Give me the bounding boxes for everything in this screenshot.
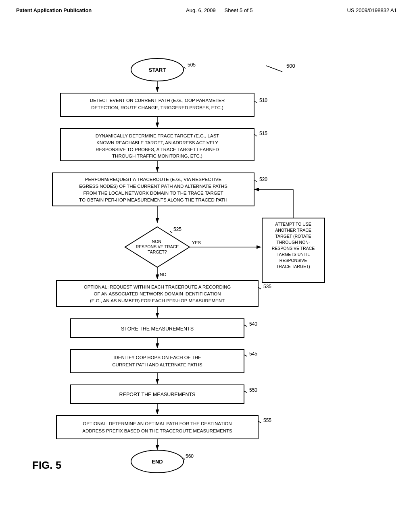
ref-515: 515 [259, 131, 267, 136]
fig-label: FIG. 5 [32, 459, 61, 471]
box-510-text2: DETECTION, ROUTE CHANGE, TRIGGERED PROBE… [91, 105, 223, 110]
svg-line-21 [244, 391, 247, 393]
svg-line-1 [266, 66, 282, 72]
box-530-t5: RESPONSIVE TRACE [272, 246, 315, 251]
box-510 [60, 93, 254, 116]
header-date-sheet: Aug. 6, 2009 Sheet 5 of 5 [186, 7, 253, 13]
box-515-t1: DYNAMICALLY DETERMINE TRACE TARGET (E.G.… [96, 133, 219, 138]
svg-line-19 [244, 355, 247, 356]
ref-555: 555 [263, 418, 271, 423]
box-520-t2: EGRESS NODES) OF THE CURRENT PATH AND AL… [79, 184, 227, 189]
svg-line-15 [258, 287, 261, 289]
box-530-t2: ANOTHER TRACE [275, 228, 311, 233]
end-label: END [152, 459, 163, 465]
svg-line-8 [254, 180, 257, 182]
svg-line-25 [184, 458, 185, 459]
svg-line-6 [254, 134, 257, 136]
box-540-text: STORE THE MEASUREMENTS [121, 326, 194, 332]
box-555-t1: OPTIONAL: DETERMINE AN OPTIMAL PATH FOR … [83, 421, 232, 426]
box-535-t3: (E.G., AN AS NUMBER) FOR EACH PER-HOP ME… [90, 298, 225, 303]
ref-505: 505 [188, 62, 196, 68]
box-545 [71, 349, 244, 373]
box-530-t4: THROUGH NON- [277, 240, 310, 245]
box-555 [56, 416, 258, 439]
box-530-t3: TARGET (ROTATE [275, 234, 311, 239]
ref-510: 510 [259, 98, 267, 103]
diamond-525-t2: RESPONSIVE TRACE [136, 244, 179, 249]
header-date: Aug. 6, 2009 [186, 7, 216, 13]
no-label: NO [160, 272, 167, 277]
diamond-525-t3: TARGET? [148, 249, 167, 254]
box-555-t2: ADDRESS PREFIX BASED ON THE TRACEROUTE M… [82, 428, 232, 433]
flowchart-diagram: 500 START 505 DETECT EVENT ON CURRENT PA… [0, 21, 413, 505]
label-500: 500 [286, 63, 295, 69]
svg-line-17 [244, 325, 247, 326]
ref-560: 560 [186, 453, 194, 459]
box-550-text: REPORT THE MEASUREMENTS [119, 392, 196, 397]
start-label: START [149, 67, 166, 73]
header: Patent Application Publication Aug. 6, 2… [0, 0, 413, 17]
ref-550: 550 [249, 387, 257, 393]
ref-545: 545 [249, 351, 257, 357]
header-patent-number: US 2009/0198832 A1 [347, 7, 397, 13]
ref-520: 520 [259, 177, 267, 182]
box-530-t8: TRACE TARGET) [276, 264, 310, 269]
box-530-t7: RESPONSIVE [280, 258, 307, 263]
box-530-t6: TARGETS UNTIL [277, 252, 310, 257]
box-520-t3: FROM THE LOCAL NETWORK DOMAIN TO THE TRA… [83, 191, 223, 195]
flowchart-svg: 500 START 505 DETECT EVENT ON CURRENT PA… [0, 21, 413, 505]
svg-line-4 [254, 101, 257, 103]
header-sheet: Sheet 5 of 5 [224, 7, 252, 13]
box-545-t1: IDENTIFY OOP HOPS ON EACH OF THE [113, 355, 201, 360]
box-520-t4: TO OBTAIN PER-HOP MEASUREMENTS ALONG THE… [79, 197, 227, 202]
svg-line-12 [170, 231, 172, 233]
box-535-t2: OF AN ASSOCIATED NETWORK DOMAIN IDENTIFI… [94, 291, 221, 296]
header-publication: Patent Application Publication [16, 7, 92, 13]
ref-540: 540 [249, 321, 257, 327]
box-515-t2: KNOWN REACHABLE TARGET, AN ADDRESS ACTIV… [96, 140, 218, 145]
page: Patent Application Publication Aug. 6, 2… [0, 0, 413, 532]
yes-label: YES [192, 240, 201, 245]
svg-line-23 [258, 421, 261, 423]
box-545-t2: CURRENT PATH AND ALTERNATE PATHS [112, 362, 202, 367]
box-510-text1: DETECT EVENT ON CURRENT PATH (E.G., OOP … [90, 98, 225, 103]
box-520-t1: PERFORM/REQUEST A TRACEROUTE (E.G., VIA … [85, 177, 222, 182]
box-530-t1: ATTEMPT TO USE [275, 222, 311, 227]
box-515-t4: THROUGH TRAFFIC MONITORING, ETC.) [112, 154, 202, 158]
ref-535: 535 [263, 284, 271, 289]
box-535-t1: OPTIONAL: REQUEST WITHIN EACH TRACEROUTE… [84, 285, 231, 289]
svg-line-2 [184, 67, 186, 69]
ref-525: 525 [173, 227, 181, 232]
diamond-525-t1: NON- [152, 239, 163, 244]
box-515-t3: RESPONSIVE TO PROBES, A TRACE TARGET LEA… [96, 147, 219, 152]
